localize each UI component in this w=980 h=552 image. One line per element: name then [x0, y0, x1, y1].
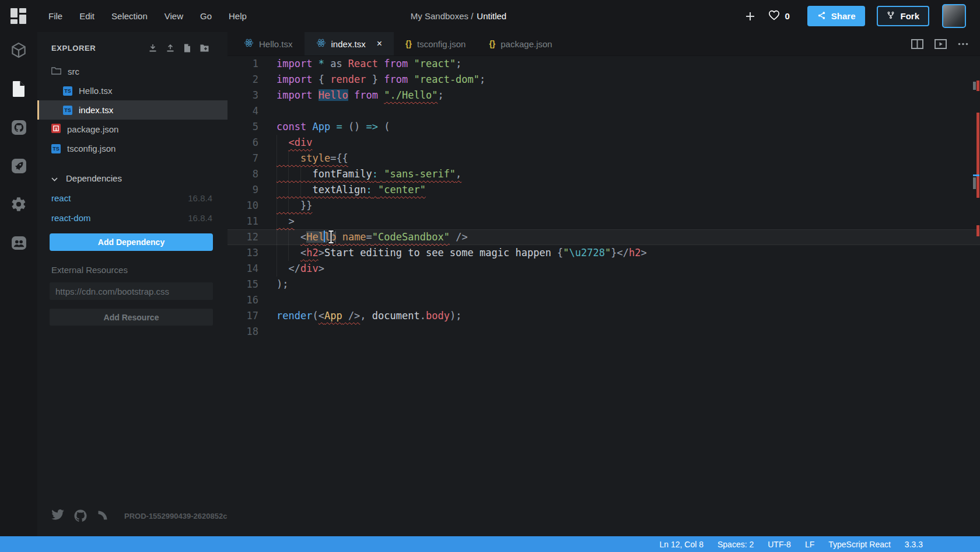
code-line-1[interactable]: 1import * as React from "react";	[228, 56, 980, 72]
code-line-3[interactable]: 3import Hello from "./Hello";	[228, 88, 980, 103]
line-number: 3	[228, 88, 276, 103]
new-folder-icon[interactable]	[200, 44, 209, 52]
tab-hello-tsx[interactable]: Hello.tsx	[232, 32, 304, 55]
code-line-content: <div	[276, 135, 980, 151]
code-line-content	[276, 324, 980, 340]
breadcrumb-path[interactable]: My Sandboxes /	[411, 11, 474, 21]
share-button[interactable]: Share	[807, 6, 866, 26]
code-line-13[interactable]: 13 <h2>Start editing to see some magic h…	[228, 245, 980, 261]
code-line-9[interactable]: 9 textAlign: "center"	[228, 182, 980, 198]
code-line-11[interactable]: 11 >	[228, 214, 980, 229]
status-lf[interactable]: LF	[805, 540, 814, 549]
code-line-10[interactable]: 10 }}	[228, 198, 980, 214]
overview-mark-error	[977, 225, 979, 236]
twitter-icon[interactable]	[51, 509, 64, 522]
file-index-tsx[interactable]: TSindex.tsx	[37, 100, 228, 120]
code-line-15[interactable]: 15);	[228, 277, 980, 292]
file-package-json[interactable]: package.json	[37, 120, 228, 139]
new-file-icon[interactable]	[184, 44, 191, 53]
menu-help[interactable]: Help	[229, 11, 247, 21]
code-area[interactable]: 1import * as React from "react";2import …	[228, 56, 980, 536]
menu-file[interactable]: File	[48, 11, 62, 21]
spectrum-icon[interactable]	[97, 509, 108, 522]
share-label: Share	[831, 11, 856, 21]
codesandbox-logo-icon[interactable]	[10, 8, 26, 24]
menu-edit[interactable]: Edit	[79, 11, 94, 21]
overview-mark-cursor	[973, 174, 979, 176]
code-line-17[interactable]: 17render(<App />, document.body);	[228, 308, 980, 324]
upload-icon[interactable]	[166, 44, 174, 53]
fork-button[interactable]: Fork	[877, 6, 929, 26]
code-line-content: import Hello from "./Hello";	[276, 88, 980, 103]
code-line-5[interactable]: 5const App = () => (	[228, 119, 980, 135]
add-dependency-button[interactable]: Add Dependency	[50, 233, 213, 251]
code-line-2[interactable]: 2import { render } from "react-dom";	[228, 72, 980, 88]
dependency-name[interactable]: react	[51, 193, 71, 203]
external-resources-title: External Resources	[37, 251, 228, 275]
tab-package-json[interactable]: {}package.json	[477, 32, 564, 55]
sandbox-title[interactable]: Untitled	[477, 11, 506, 21]
code-line-8[interactable]: 8 fontFamily: "sans-serif",	[228, 166, 980, 182]
tab-label: Hello.tsx	[259, 39, 293, 49]
code-line-content: import { render } from "react-dom";	[276, 72, 980, 88]
tab-index-tsx[interactable]: index.tsx×	[304, 32, 394, 55]
file-label: package.json	[67, 124, 118, 134]
line-number: 18	[228, 324, 276, 340]
close-tab-icon[interactable]: ×	[377, 39, 382, 48]
more-icon[interactable]	[958, 43, 968, 46]
code-line-6[interactable]: 6 <div	[228, 135, 980, 151]
tab-label: index.tsx	[331, 39, 366, 49]
code-line-12[interactable]: 12 <Hello name="CodeSandbox" />	[228, 229, 980, 245]
code-line-16[interactable]: 16	[228, 292, 980, 308]
file-icon[interactable]	[10, 80, 27, 97]
line-number: 7	[228, 151, 276, 166]
dependency-row: react-dom16.8.4	[37, 208, 228, 228]
avatar[interactable]	[942, 4, 966, 28]
menu-go[interactable]: Go	[200, 11, 212, 21]
menu-view[interactable]: View	[164, 11, 183, 21]
code-line-7[interactable]: 7 style={{	[228, 151, 980, 166]
code-line-content: textAlign: "center"	[276, 182, 980, 198]
download-icon[interactable]	[149, 44, 157, 53]
dependency-version: 16.8.4	[188, 193, 212, 203]
github-icon[interactable]	[10, 118, 27, 136]
overview-mark-error	[977, 113, 979, 198]
status-utf-8[interactable]: UTF-8	[768, 540, 791, 549]
status-typescript-react[interactable]: TypeScript React	[828, 540, 891, 549]
rocket-icon[interactable]	[10, 157, 27, 174]
line-number: 14	[228, 261, 276, 277]
add-resource-button[interactable]: Add Resource	[50, 309, 213, 326]
line-number: 6	[228, 135, 276, 151]
tab-tsconfig-json[interactable]: {}tsconfig.json	[394, 32, 477, 55]
file-src[interactable]: src	[37, 62, 228, 81]
cube-icon[interactable]	[10, 41, 27, 59]
status-spaces-2[interactable]: Spaces: 2	[718, 540, 754, 549]
split-view-icon[interactable]	[911, 39, 923, 49]
file-tsconfig-json[interactable]: TStsconfig.json	[37, 139, 228, 158]
explorer-actions	[149, 44, 209, 53]
overview-mark-error	[977, 81, 979, 91]
npm-icon	[51, 124, 61, 135]
dependency-name[interactable]: react-dom	[51, 213, 91, 223]
menu-selection[interactable]: Selection	[111, 11, 148, 21]
code-line-14[interactable]: 14 </div>	[228, 261, 980, 277]
file-hello-tsx[interactable]: TSHello.tsx	[37, 81, 228, 100]
external-resource-input[interactable]	[50, 282, 213, 300]
braces-icon: {}	[405, 39, 412, 48]
gear-icon[interactable]	[10, 195, 27, 213]
dependency-row: react16.8.4	[37, 188, 228, 208]
build-id-label: PROD-1552990439-2620852c	[124, 512, 227, 520]
typescript-icon: TS	[51, 144, 61, 153]
github-small-icon[interactable]	[74, 509, 87, 522]
new-sandbox-icon[interactable]	[745, 11, 755, 22]
dependencies-header[interactable]: Dependencies	[37, 158, 228, 188]
like-button[interactable]: 0	[768, 10, 789, 22]
code-line-4[interactable]: 4	[228, 103, 980, 119]
code-line-18[interactable]: 18	[228, 324, 980, 340]
code-line-content: style={{	[276, 151, 980, 166]
preview-icon[interactable]	[935, 39, 947, 49]
overview-ruler[interactable]	[973, 56, 980, 536]
status-3-3-3[interactable]: 3.3.3	[905, 540, 923, 549]
status-ln-12-col-8[interactable]: Ln 12, Col 8	[659, 540, 704, 549]
users-icon[interactable]	[10, 234, 27, 251]
